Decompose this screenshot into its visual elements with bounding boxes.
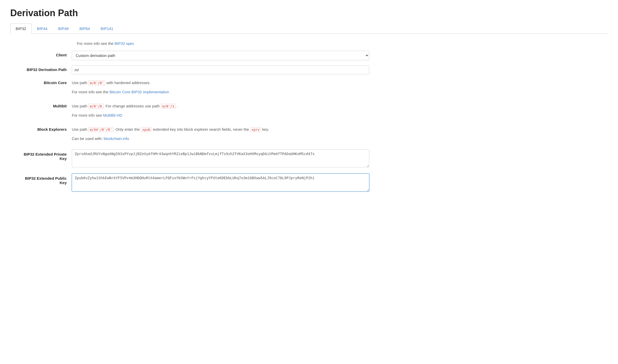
extended-private-key-control: ZprvAhadJRUYsNgeANg593xPYvpJjBZoVyAfhMr4… [72,149,369,168]
bip32-spec-link[interactable]: BIP32 spec [115,41,134,46]
tab-bip32[interactable]: BIP32 [10,24,32,34]
bitcoin-core-content: Use path m/0'/0' with hardened addresses… [72,79,369,98]
page-title: Derivation Path [10,8,608,18]
extended-public-key-label: BIP32 Extended Public Key [10,174,72,185]
extended-private-key-row: BIP32 Extended Private Key ZprvAhadJRUYs… [10,149,369,168]
extended-public-key-row: BIP32 Extended Public Key Zpub6vZyhw1Shk… [10,174,369,193]
bitcoin-core-info-link[interactable]: Bitcoin Core BIP32 implementation [109,90,169,94]
extended-private-key-label: BIP32 Extended Private Key [10,149,72,161]
block-explorers-path-code: m/44'/0'/0' [88,127,113,132]
bitcoin-core-path-code: m/0'/0' [88,80,105,85]
extended-private-key-label-line2: Key [59,156,67,161]
extended-public-key-control: Zpub6vZyhw1ShkEwNrkYF5VPv4m3HDQHuRtX4ame… [72,174,369,193]
bitcoin-core-info-prefix: For more info see the [72,90,109,94]
block-explorers-can-use-line: Can be used with: blockchain.info [72,135,369,142]
bitcoin-core-use-suffix: with hardened addresses. [105,80,151,85]
multibit-content: Use path m/0'/0. For change addresses us… [72,103,369,121]
block-explorers-use-prefix: Use path [72,127,88,132]
multibit-info-link[interactable]: MultiBit HD [103,113,122,117]
tabs-container: BIP32 BIP44 BIP49 BIP84 BIP141 [10,24,608,34]
tab-bip84[interactable]: BIP84 [74,24,95,34]
block-explorers-can-use-link[interactable]: blockchain.info [104,136,129,141]
multibit-info-prefix: For more info see [72,113,103,117]
bitcoin-core-path-info: Use path m/0'/0' with hardened addresses… [72,79,369,86]
block-explorers-use-middle2: extended key into block explorer search … [152,127,250,132]
block-explorers-path-info: Use path m/44'/0'/0'. Only enter the xpu… [72,126,369,133]
multibit-use-prefix: Use path [72,104,88,108]
multibit-row: Multibit Use path m/0'/0. For change add… [10,103,369,121]
block-explorers-use-middle: . Only enter the [113,127,141,132]
bip32-path-input[interactable] [72,65,369,74]
block-explorers-can-use-prefix: Can be used with: [72,136,104,141]
extended-public-key-textarea[interactable]: Zpub6vZyhw1ShkEwNrkYF5VPv4m3HDQHuRtX4ame… [72,174,369,191]
bip32-path-control [72,65,369,74]
multibit-info-link-line: For more info see MultiBit HD [72,112,369,119]
multibit-label: Multibit [10,103,72,108]
tab-bip141[interactable]: BIP141 [95,24,119,34]
bitcoin-core-label: Bitcoin Core [10,79,72,85]
main-content: For more info see the BIP32 spec Client … [10,41,369,193]
client-row: Client Custom derivation path Bitcoin Co… [10,51,369,60]
block-explorers-label: Block Explorers [10,126,72,132]
tab-bip44[interactable]: BIP44 [32,24,53,34]
extended-public-key-label-line2: Key [59,180,67,185]
client-label: Client [10,51,72,57]
bip32-info-line: For more info see the BIP32 spec [77,41,369,46]
block-explorers-xprv-code: xprv [250,127,261,132]
tab-bip49[interactable]: BIP49 [53,24,74,34]
multibit-path-code1: m/0'/0 [88,104,103,109]
client-control: Custom derivation path Bitcoin Core Myce… [72,51,369,60]
extended-private-key-label-line1: BIP32 Extended Private [24,152,67,156]
multibit-path-info: Use path m/0'/0. For change addresses us… [72,103,369,109]
multibit-path-code2: m/0'/1 [161,104,176,109]
block-explorers-row: Block Explorers Use path m/44'/0'/0'. On… [10,126,369,144]
extended-public-key-label-line1: BIP32 Extended Public [25,176,67,180]
multibit-use-middle: . For change addresses use path [103,104,161,108]
extended-private-key-textarea[interactable]: ZprvAhadJRUYsNgeANg593xPYvpJjBZoVyAfhMr4… [72,149,369,167]
block-explorers-use-suffix: key. [261,127,269,132]
bip32-info-prefix: For more info see the [77,41,115,46]
bitcoin-core-row: Bitcoin Core Use path m/0'/0' with harde… [10,79,369,98]
bitcoin-core-info-link-line: For more info see the Bitcoin Core BIP32… [72,89,369,95]
client-select[interactable]: Custom derivation path Bitcoin Core Myce… [72,51,369,60]
block-explorers-xpub-code: xpub [141,127,152,132]
multibit-use-suffix: . [176,104,178,108]
block-explorers-content: Use path m/44'/0'/0'. Only enter the xpu… [72,126,369,144]
bip32-path-row: BIP32 Derivation Path [10,65,369,74]
bitcoin-core-use-prefix: Use path [72,80,88,85]
bip32-path-label: BIP32 Derivation Path [10,65,72,72]
